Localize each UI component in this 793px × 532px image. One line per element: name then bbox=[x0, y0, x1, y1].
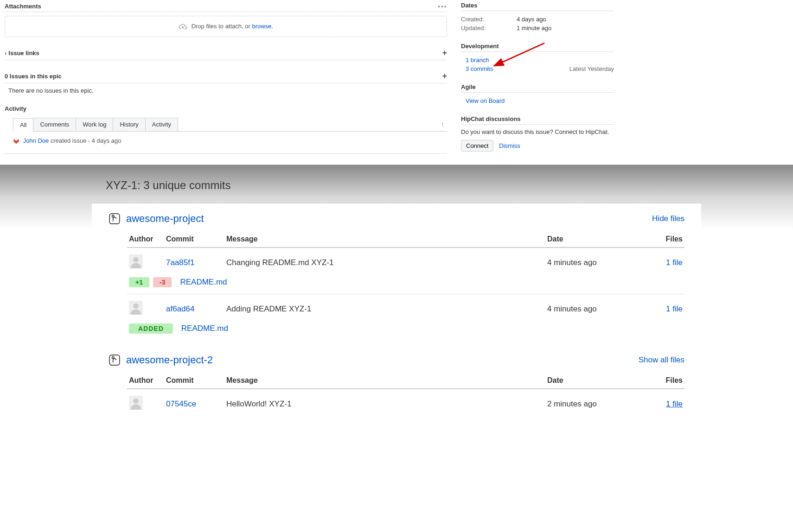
col-commit: Commit bbox=[164, 231, 224, 247]
gitlab-icon bbox=[13, 138, 19, 144]
issue-right-column: Dates Created:4 days ago Updated:1 minut… bbox=[456, 0, 614, 160]
tab-comments[interactable]: Comments bbox=[33, 118, 76, 131]
repo-icon bbox=[109, 213, 121, 225]
file-diff-row: +1 -3 README.md bbox=[127, 277, 684, 294]
connect-button[interactable]: Connect bbox=[461, 140, 493, 152]
commit-date: 4 minutes ago bbox=[545, 247, 638, 277]
tab-activity[interactable]: Activity bbox=[145, 118, 178, 131]
attachments-title: Attachments bbox=[5, 3, 41, 10]
repo-block: awesome-project Hide files Author Commit… bbox=[92, 203, 701, 345]
epic-header: 0 Issues in this epic + bbox=[5, 69, 447, 83]
diff-added-badge: +1 bbox=[129, 277, 149, 287]
add-epic-issue-icon[interactable]: + bbox=[442, 71, 447, 81]
dates-section: Dates Created:4 days ago Updated:1 minut… bbox=[461, 0, 614, 32]
tab-worklog[interactable]: Work log bbox=[76, 118, 113, 131]
col-date: Date bbox=[545, 373, 638, 389]
view-on-board-link[interactable]: View on Board bbox=[461, 96, 614, 105]
file-link[interactable]: README.md bbox=[181, 324, 228, 333]
svg-rect-1 bbox=[109, 214, 120, 224]
dropzone-text: Drop files to attach, or bbox=[192, 23, 252, 30]
activity-when: 4 days ago bbox=[92, 137, 122, 144]
add-issue-link-icon[interactable]: + bbox=[442, 48, 447, 58]
activity-header: Activity bbox=[5, 102, 447, 114]
commits-table: Author Commit Message Date Files 07545ce… bbox=[127, 373, 684, 418]
commit-hash-link[interactable]: 7aa85f1 bbox=[166, 258, 194, 267]
created-label: Created: bbox=[461, 16, 517, 23]
attachments-dropzone[interactable]: Drop files to attach, or browse. bbox=[5, 16, 447, 37]
browse-link[interactable]: browse. bbox=[252, 23, 273, 30]
diff-removed-badge: -3 bbox=[153, 277, 172, 287]
issue-left-column: Attachments ••• Drop files to attach, or… bbox=[5, 0, 456, 160]
commit-message: HelloWorld! XYZ-1 bbox=[224, 389, 545, 418]
activity-title: Activity bbox=[5, 105, 26, 112]
agile-section: Agile View on Board bbox=[461, 82, 614, 105]
latest-text: Latest Yesterday bbox=[569, 65, 614, 72]
dismiss-link[interactable]: Dismiss bbox=[499, 142, 520, 149]
epic-empty-text: There are no issues in this epic. bbox=[5, 83, 447, 102]
branch-link[interactable]: 1 branch bbox=[461, 56, 614, 64]
commit-row: 7aa85f1 Changing README.md XYZ-1 4 minut… bbox=[127, 247, 684, 277]
activity-user-link[interactable]: John Doe bbox=[23, 137, 49, 144]
avatar bbox=[129, 254, 143, 268]
hipchat-text: Do you want to discuss this issue? Conne… bbox=[461, 128, 614, 135]
repo-block: awesome-project-2 Show all files Author … bbox=[92, 345, 701, 423]
agile-title: Agile bbox=[461, 82, 614, 93]
col-date: Date bbox=[545, 231, 638, 247]
hide-files-link[interactable]: Hide files bbox=[652, 214, 684, 223]
col-files: Files bbox=[638, 373, 684, 389]
epic-title: 0 Issues in this epic bbox=[5, 73, 62, 80]
col-message: Message bbox=[224, 373, 545, 389]
files-count-link[interactable]: 1 file bbox=[666, 399, 683, 408]
updated-value: 1 minute ago bbox=[517, 25, 551, 32]
commit-row: af6ad64 Adding README XYZ-1 4 minutes ag… bbox=[127, 294, 684, 324]
commits-modal: XYZ-1: 3 unique commits awesome-project … bbox=[87, 165, 706, 423]
files-count-link[interactable]: 1 file bbox=[666, 258, 683, 267]
show-all-files-link[interactable]: Show all files bbox=[639, 355, 684, 365]
diff-added-label: ADDED bbox=[129, 323, 173, 334]
commit-hash-link[interactable]: af6ad64 bbox=[166, 304, 194, 313]
commits-modal-backdrop: XYZ-1: 3 unique commits awesome-project … bbox=[0, 165, 793, 423]
svg-rect-6 bbox=[109, 355, 120, 365]
svg-point-8 bbox=[133, 399, 138, 404]
commit-row: 07545ce HelloWorld! XYZ-1 2 minutes ago … bbox=[127, 389, 684, 418]
files-count-link[interactable]: 1 file bbox=[666, 304, 683, 313]
col-author: Author bbox=[127, 373, 164, 389]
upload-cloud-icon bbox=[179, 24, 187, 30]
col-author: Author bbox=[127, 231, 164, 247]
commit-date: 4 minutes ago bbox=[545, 294, 638, 324]
repo-icon bbox=[109, 354, 121, 366]
file-link[interactable]: README.md bbox=[180, 278, 227, 287]
avatar bbox=[129, 396, 143, 410]
avatar bbox=[129, 301, 143, 315]
commits-table: Author Commit Message Date Files 7aa85f1… bbox=[127, 231, 684, 340]
commit-hash-link[interactable]: 07545ce bbox=[166, 399, 196, 408]
activity-action: created issue - bbox=[49, 137, 92, 144]
svg-point-5 bbox=[133, 304, 138, 309]
development-section: Development 1 branch 3 commits Latest Ye… bbox=[461, 41, 614, 73]
activity-tabs: All Comments Work log History Activity ↑ bbox=[13, 118, 447, 132]
activity-entry: John Doe created issue - 4 days ago bbox=[5, 132, 447, 154]
permalink-icon[interactable]: ↑ bbox=[438, 118, 447, 131]
commit-date: 2 minutes ago bbox=[545, 389, 638, 418]
updated-label: Updated: bbox=[461, 25, 517, 32]
file-diff-row: ADDED README.md bbox=[127, 323, 684, 340]
hipchat-section: HipChat discussions Do you want to discu… bbox=[461, 114, 614, 152]
tab-all[interactable]: All bbox=[13, 118, 33, 132]
issue-links-title: Issue links bbox=[5, 50, 39, 57]
attachments-more-icon[interactable]: ••• bbox=[438, 3, 447, 10]
development-title: Development bbox=[461, 41, 614, 52]
attachments-header: Attachments ••• bbox=[5, 0, 447, 12]
col-message: Message bbox=[224, 231, 545, 247]
svg-point-3 bbox=[133, 257, 138, 262]
modal-title: XYZ-1: 3 unique commits bbox=[92, 165, 701, 203]
hipchat-title: HipChat discussions bbox=[461, 114, 614, 125]
col-commit: Commit bbox=[164, 373, 224, 389]
issue-links-header[interactable]: Issue links + bbox=[5, 45, 447, 60]
repo-name-link[interactable]: awesome-project-2 bbox=[126, 354, 633, 366]
col-files: Files bbox=[638, 231, 684, 247]
repo-name-link[interactable]: awesome-project bbox=[126, 213, 646, 225]
created-value: 4 days ago bbox=[517, 16, 546, 23]
commit-message: Changing README.md XYZ-1 bbox=[224, 247, 545, 277]
tab-history[interactable]: History bbox=[113, 118, 145, 131]
commits-link[interactable]: 3 commits bbox=[461, 64, 498, 73]
